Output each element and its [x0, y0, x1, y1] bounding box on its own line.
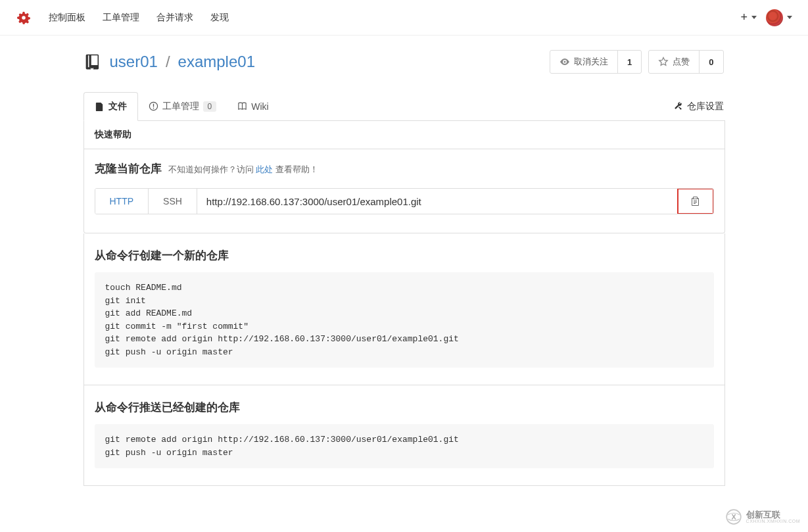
eye-icon — [559, 57, 570, 67]
copy-button[interactable] — [677, 188, 714, 214]
star-button-group: 点赞 0 — [648, 50, 723, 74]
clipboard-icon — [690, 196, 701, 206]
tab-files-label: 文件 — [108, 101, 127, 112]
star-count[interactable]: 0 — [699, 51, 723, 73]
watermark-cn: 创新互联 — [746, 510, 800, 512]
tools-icon — [673, 101, 683, 111]
tab-settings-label: 仓库设置 — [687, 101, 724, 112]
quick-help-panel: 快速帮助 克隆当前仓库 不知道如何操作？访问 此处 查看帮助！ HTTP SSH — [83, 121, 725, 233]
topbar-right: + — [740, 9, 792, 26]
help-link[interactable]: 此处 — [256, 164, 273, 174]
push-repo-title: 从命令行推送已经创建的仓库 — [95, 400, 714, 415]
caret-down-icon — [787, 16, 792, 19]
clone-url-input[interactable] — [197, 189, 678, 214]
repo-icon — [85, 53, 102, 70]
watermark: X 创新互联 CXHXIN.XMHXIN.COM — [725, 508, 800, 512]
nav-issues[interactable]: 工单管理 — [103, 12, 139, 24]
topbar: 控制面板 工单管理 合并请求 发现 + — [0, 0, 808, 36]
create-repo-section: 从命令行创建一个新的仓库 touch README.md git init gi… — [83, 233, 725, 385]
plus-icon: + — [740, 11, 748, 24]
star-button[interactable]: 点赞 — [649, 51, 699, 73]
panel-head: 快速帮助 — [84, 121, 725, 149]
unwatch-button[interactable]: 取消关注 — [550, 51, 617, 73]
nav-explore[interactable]: 发现 — [210, 12, 229, 24]
book-icon — [237, 101, 247, 111]
nav-pulls[interactable]: 合并请求 — [156, 12, 193, 24]
tab-settings[interactable]: 仓库设置 — [672, 93, 725, 120]
user-menu[interactable] — [766, 9, 792, 26]
tab-wiki[interactable]: Wiki — [227, 93, 279, 120]
star-label: 点赞 — [673, 56, 690, 68]
separator: / — [166, 53, 170, 71]
repo-tabs: 文件 工单管理 0 Wiki 仓库设置 — [83, 92, 725, 121]
watch-button-group: 取消关注 1 — [550, 50, 642, 74]
page: user01 / example01 取消关注 1 点赞 0 — [83, 36, 725, 512]
clone-title-row: 克隆当前仓库 不知道如何操作？访问 此处 查看帮助！ — [95, 161, 714, 176]
repo-name-link[interactable]: example01 — [178, 53, 255, 71]
tab-issues-label: 工单管理 — [162, 101, 199, 112]
create-repo-title: 从命令行创建一个新的仓库 — [95, 248, 714, 263]
watch-count[interactable]: 1 — [617, 51, 641, 73]
hint-suffix: 查看帮助！ — [273, 164, 318, 174]
create-repo-code[interactable]: touch README.md git init git add README.… — [95, 272, 714, 368]
repo-actions: 取消关注 1 点赞 0 — [550, 50, 723, 74]
logo-icon[interactable] — [16, 10, 32, 26]
ssh-button[interactable]: SSH — [149, 189, 197, 214]
push-repo-code[interactable]: git remote add origin http://192.168.60.… — [95, 424, 714, 468]
issues-badge: 0 — [203, 101, 217, 112]
alert-icon — [149, 101, 158, 111]
nav-dashboard[interactable]: 控制面板 — [49, 12, 85, 24]
hint-prefix: 不知道如何操作？访问 — [168, 164, 256, 174]
push-repo-section: 从命令行推送已经创建的仓库 git remote add origin http… — [83, 385, 725, 486]
clone-hint: 不知道如何操作？访问 此处 查看帮助！ — [168, 164, 318, 176]
http-button[interactable]: HTTP — [95, 189, 149, 214]
watermark-text: 创新互联 CXHXIN.XMHXIN.COM — [746, 510, 800, 512]
watch-label: 取消关注 — [574, 56, 608, 68]
panel-body: 克隆当前仓库 不知道如何操作？访问 此处 查看帮助！ HTTP SSH — [84, 149, 725, 233]
repo-owner-link[interactable]: user01 — [110, 53, 158, 71]
repo-header: user01 / example01 取消关注 1 点赞 0 — [83, 50, 725, 74]
tab-issues[interactable]: 工单管理 0 — [138, 93, 227, 120]
create-menu[interactable]: + — [740, 11, 757, 24]
tab-wiki-label: Wiki — [251, 101, 268, 112]
star-icon — [658, 57, 669, 67]
clone-row: HTTP SSH — [95, 188, 714, 214]
watermark-logo-icon: X — [725, 508, 742, 512]
tab-files[interactable]: 文件 — [83, 92, 138, 121]
avatar — [766, 9, 783, 26]
caret-down-icon — [751, 16, 757, 19]
file-icon — [95, 102, 105, 112]
topbar-left: 控制面板 工单管理 合并请求 发现 — [16, 10, 229, 26]
repo-title: user01 / example01 — [85, 53, 255, 71]
svg-point-2 — [726, 510, 741, 512]
clone-title: 克隆当前仓库 — [95, 161, 162, 176]
